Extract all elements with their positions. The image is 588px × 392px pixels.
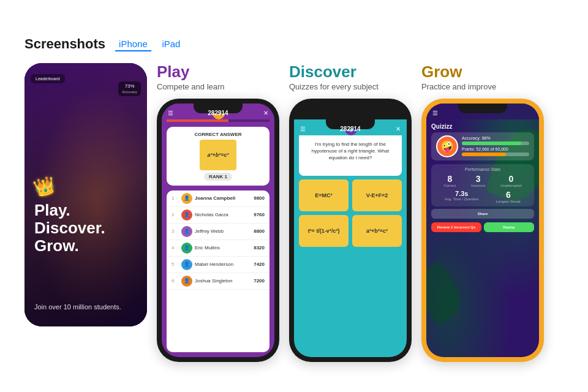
action-buttons: Review 1 Incorrect Qs Replay [431,222,534,232]
correct-answer-label: CORRECT ANSWER [194,132,241,137]
answer-tile-1[interactable]: E=MC² [299,179,349,211]
stat-incorrect: 3 Incorrect [471,174,485,187]
lb-score-4: 8320 [254,245,265,251]
lb-rank-2: 2 [172,212,179,217]
performance-stats: Performance Stats 8 Correct 3 Incorrect [431,164,534,206]
table-row: 6 👤 Joshua Singleton 7200 [167,273,270,290]
tab-ipad[interactable]: iPad [158,37,184,51]
answer-tile-4[interactable]: a²+b²=c² [352,215,402,247]
stat-streak-lbl: Longest Streak [496,200,521,203]
tagline-line2: Discover. [34,219,105,237]
lb-score-5: 7420 [254,262,265,267]
screen1-frame: 👑 73%Accuracy Leaderboard Play. Discover… [24,63,147,326]
screen3-content: ☰ 282914 🌍 ✕ I'm t [294,119,407,357]
phone4-outer: ☰ Quizizz 🤪 Accuracy: 88% [421,99,544,362]
section-title: Screenshots [24,36,105,52]
screen1-tagline: Play. Discover. Grow. [34,202,137,254]
card4-labels: Grow Practice and improve [421,63,544,99]
question-text: I'm trying to find the length of the hyp… [304,141,397,162]
answer-tile-3[interactable]: t²= t/(1-v²/c²) [299,215,349,247]
tab-divider [154,37,156,51]
screenshot-card-4: Grow Practice and improve ☰ [421,63,544,362]
table-row: 3 👤 Jeffrey Webb 8800 [167,224,270,240]
phone3-notch-bar: ☰ 282914 🌍 ✕ [294,119,407,135]
progress-bar-bg [167,119,270,122]
perf-stats-title: Performance Stats [436,167,529,172]
stats-row-1: 8 Correct 3 Incorrect 0 [436,174,529,187]
hamburger-icon4: ☰ [432,110,438,116]
lb-name-1: Joanna Campbell [195,195,251,201]
phone3-outer: ☰ 282914 🌍 ✕ I'm t [289,99,412,362]
lb-score-1: 9800 [254,195,265,201]
tagline-line3: Grow. [34,236,79,255]
tab-bar: iPhone iPad [115,37,184,51]
avatar-monster: 🤪 [436,135,458,157]
notch4 [458,104,507,113]
correct-answer-box: CORRECT ANSWER a²+b²=c² RANK 1 [167,127,270,186]
answer-tile-2[interactable]: V-E+F=2 [352,179,402,211]
screen1-subtitle: Join over 10 million students. [34,303,137,311]
section-header: Screenshots iPhone iPad [24,36,564,52]
review-button[interactable]: Review 1 Incorrect Qs [431,222,481,232]
card2-main-label: Play [157,63,279,81]
lb-rank-3: 3 [172,228,179,234]
screen4-content: ☰ Quizizz 🤪 Accuracy: 88% [426,104,539,357]
share-button[interactable]: Share [431,209,534,219]
profile-info: Accuracy: 88% Points: 52,960 of 60,000 [462,136,529,156]
answer-math-card: a²+b²=c² [200,140,236,170]
stat-streak: 6 Longest Streak [496,190,521,203]
progress-section [162,119,274,122]
stat-unattempted: 0 Unattempted [500,174,521,187]
accuracy-bar [462,141,529,145]
lb-name-4: Eric Mullins [195,245,251,251]
lb-name-5: Mabel Henderson [195,262,251,267]
stat-correct-lbl: Correct [443,184,456,187]
lb-avatar-3: 👤 [181,226,192,237]
card3-labels: Discover Quizzes for every subject [289,63,412,99]
lb-name-2: Nicholas Garza [195,212,251,217]
stat-incorrect-lbl: Incorrect [471,184,485,187]
phone4-inner: ☰ Quizizz 🤪 Accuracy: 88% [426,104,539,357]
game-code2: 282914 [208,110,228,116]
stat-avg-time-lbl: Avg. Time / Question [445,197,479,201]
card3-sub-label: Quizzes for every subject [289,82,412,91]
card4-sub-label: Practice and improve [421,82,544,91]
phone2-inner: ☰ 282914 🎮 ✕ CORRE [162,104,274,357]
percentage-badge: 73%Accuracy [118,81,141,96]
lb-avatar-5: 👤 [181,259,192,270]
tab-iphone[interactable]: iPhone [115,37,151,51]
answer-math-text: a²+b²=c² [207,152,228,158]
answer-text-2: V-E+F=2 [366,192,388,198]
table-row: 1 👤 Joanna Campbell 9800 [167,190,270,207]
table-row: 4 👤 Eric Mullins 8320 [167,240,270,257]
accuracy-fill [462,141,521,145]
table-row: 2 👤 Nicholas Garza 9760 [167,207,270,224]
quizizz-logo-text: Quizizz [431,123,452,130]
card2-sub-label: Compete and learn [157,82,279,91]
lb-avatar-2: 👤 [181,209,192,221]
stat-correct: 8 Correct [443,174,456,187]
stat-incorrect-val: 3 [471,174,485,184]
lb-score-2: 9760 [254,212,265,217]
lb-score-6: 7200 [254,278,265,284]
phone2-outer: ☰ 282914 🎮 ✕ CORRE [157,99,279,362]
progress-bar-fill [167,119,228,122]
card3-main-label: Discover [289,63,412,81]
answer-text-3: t²= t/(1-v²/c²) [308,228,340,234]
screenshot-card-3: Discover Quizzes for every subject ☰ 282… [289,63,412,362]
phone4-notch-bar: ☰ [426,104,539,119]
main-container: Screenshots iPhone iPad 👑 73%Accuracy Le… [12,18,576,374]
stat-unattempted-val: 0 [500,174,521,184]
stat-correct-val: 8 [443,174,456,184]
close-icon3: ✕ [396,126,401,132]
points-bar [462,153,529,156]
card2-labels: Play Compete and learn [157,63,279,99]
screen1-text-content: Play. Discover. Grow. Join over 10 milli… [24,192,147,326]
profile-card: 🤪 Accuracy: 88% Points: 52,960 of 60,000 [431,132,534,160]
phone3-inner: ☰ 282914 🌍 ✕ I'm t [294,104,407,357]
accuracy-label: Accuracy: 88% [462,136,529,140]
lb-rank-5: 5 [172,262,179,267]
screenshot-card-2: Play Compete and learn ☰ 282914 🎮 ✕ [157,63,279,362]
screen2-content: ☰ 282914 🎮 ✕ CORRE [162,104,274,357]
replay-button[interactable]: Replay [484,222,534,232]
